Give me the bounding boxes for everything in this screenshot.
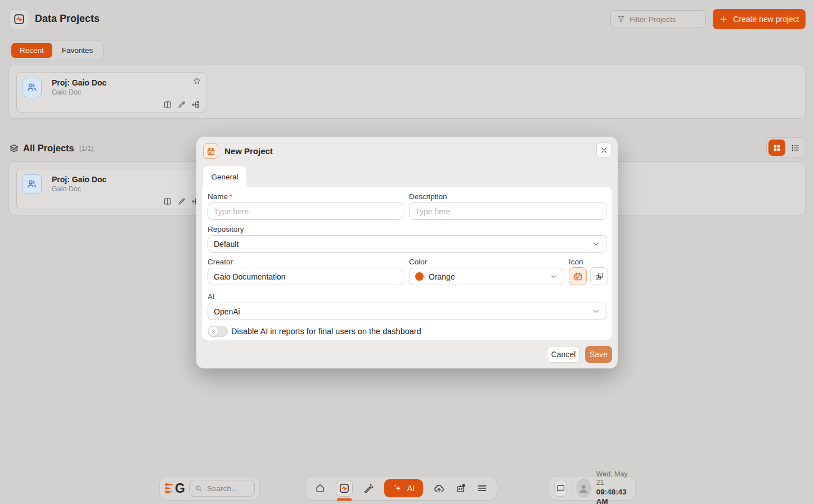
calendar-icon xyxy=(203,143,218,159)
project-card-actions xyxy=(163,197,200,206)
repository-value: Default xyxy=(214,240,239,249)
users-icon xyxy=(22,78,42,97)
data-projects-app-icon[interactable] xyxy=(336,480,353,497)
color-swatch-orange xyxy=(415,272,424,281)
all-projects-header: All Projects (1/1) xyxy=(9,143,94,154)
ai-value: OpenAi xyxy=(214,307,240,316)
ai-select[interactable]: OpenAi xyxy=(208,303,606,320)
project-card-title: Proj: Gaio Doc xyxy=(52,175,106,184)
color-value: Orange xyxy=(429,272,455,281)
disable-ai-toggle[interactable] xyxy=(208,326,228,337)
cancel-button[interactable]: Cancel xyxy=(547,346,580,363)
layout-columns-icon[interactable] xyxy=(163,197,172,206)
user-avatar[interactable] xyxy=(577,479,591,497)
icon-label: Icon xyxy=(569,258,583,266)
tab-recent[interactable]: Recent xyxy=(11,43,52,58)
search-icon xyxy=(195,484,203,493)
edit-pencil-icon[interactable] xyxy=(177,197,186,206)
gaio-logo-marks-icon xyxy=(165,483,174,493)
description-field[interactable] xyxy=(409,202,606,220)
chat-bubble-icon[interactable] xyxy=(554,480,567,497)
recent-projects-container: Proj: Gaio Doc Gaio Doc xyxy=(8,65,806,119)
name-label: Name* xyxy=(208,192,232,201)
users-icon xyxy=(22,174,42,194)
layout-columns-icon[interactable] xyxy=(163,100,172,109)
cloud-upload-icon[interactable] xyxy=(433,483,445,494)
hierarchy-icon[interactable] xyxy=(191,100,200,109)
page-title: Data Projects xyxy=(35,13,100,25)
chevron-down-icon xyxy=(550,272,558,281)
active-app-indicator xyxy=(337,498,352,501)
description-label: Description xyxy=(409,192,447,201)
chevron-down-icon xyxy=(592,307,600,316)
wand-sparkle-icon[interactable] xyxy=(363,483,374,494)
edit-pencil-icon[interactable] xyxy=(177,100,186,109)
icon-swap-button[interactable] xyxy=(590,267,608,285)
repository-label: Repository xyxy=(208,225,244,233)
divider xyxy=(572,482,572,495)
name-field[interactable] xyxy=(208,202,403,220)
new-project-modal: New Project General Name* Description Re… xyxy=(196,137,618,368)
ai-sparkle-icon xyxy=(393,483,403,493)
ai-assistant-button[interactable]: AI xyxy=(384,479,424,497)
funnel-icon xyxy=(617,15,626,24)
bot-icon[interactable] xyxy=(455,483,466,494)
close-icon[interactable] xyxy=(596,142,611,158)
taskbar-dock: AI xyxy=(305,476,497,501)
taskbar-time: 09:48:43 AM xyxy=(596,488,629,504)
app-logo-button[interactable] xyxy=(9,9,29,29)
tab-general[interactable]: General xyxy=(203,166,246,187)
taskbar-clock: Wed, May 21 09:48:43 AM xyxy=(596,470,629,504)
ai-label: AI xyxy=(208,292,215,301)
home-icon[interactable] xyxy=(314,483,326,494)
gaio-logo-letter: G xyxy=(175,482,185,495)
required-asterisk: * xyxy=(230,192,232,201)
project-card[interactable]: Proj: Gaio Doc Gaio Doc xyxy=(16,72,206,112)
favorite-star-icon[interactable] xyxy=(192,76,201,86)
icon-calendar-button[interactable] xyxy=(569,267,587,285)
taskbar-date: Wed, May 21 xyxy=(596,470,629,488)
taskbar-left-group: G xyxy=(159,476,260,501)
color-label: Color xyxy=(409,258,427,266)
recent-favorites-segmented: Recent Favorites xyxy=(9,40,104,60)
layers-icon xyxy=(9,143,19,154)
list-view-button[interactable] xyxy=(787,140,804,156)
repository-select[interactable]: Default xyxy=(208,235,606,253)
filter-projects-box[interactable] xyxy=(610,10,706,28)
view-mode-toggle xyxy=(766,137,806,158)
plus-icon xyxy=(719,15,728,24)
taskbar-search-box[interactable] xyxy=(189,480,255,497)
toggle-thumb-x-icon xyxy=(209,327,218,336)
tab-favorites[interactable]: Favorites xyxy=(53,43,102,58)
chevron-down-icon xyxy=(592,240,600,248)
project-card-actions xyxy=(163,100,200,109)
all-projects-count: (1/1) xyxy=(79,145,94,152)
activity-pulse-icon xyxy=(13,13,25,25)
project-card-subtitle: Gaio Doc xyxy=(52,185,81,193)
project-card-title: Proj: Gaio Doc xyxy=(52,78,106,87)
filter-projects-input[interactable] xyxy=(629,15,700,24)
create-new-project-button[interactable]: Create new project xyxy=(713,9,806,29)
modal-title: New Project xyxy=(224,146,273,156)
all-projects-title: All Projects xyxy=(23,143,74,154)
creator-label: Creator xyxy=(208,258,233,266)
save-button[interactable]: Save xyxy=(585,346,612,363)
project-card-subtitle: Gaio Doc xyxy=(52,88,81,96)
disable-ai-toggle-label: Disable AI in reports for final users on… xyxy=(231,327,421,336)
creator-field[interactable] xyxy=(208,268,403,285)
grid-view-button[interactable] xyxy=(768,140,785,156)
menu-icon[interactable] xyxy=(476,483,488,494)
taskbar-right-group: Wed, May 21 09:48:43 AM xyxy=(548,476,636,501)
project-card[interactable]: Proj: Gaio Doc Gaio Doc xyxy=(16,169,206,209)
create-button-label: Create new project xyxy=(733,15,799,24)
modal-form-panel: Name* Description Repository Default Cre… xyxy=(202,187,612,340)
taskbar-search-input[interactable] xyxy=(207,484,249,493)
color-select[interactable]: Orange xyxy=(409,268,564,285)
gaio-logo[interactable]: G xyxy=(165,482,185,495)
ai-button-label: AI xyxy=(407,484,415,493)
